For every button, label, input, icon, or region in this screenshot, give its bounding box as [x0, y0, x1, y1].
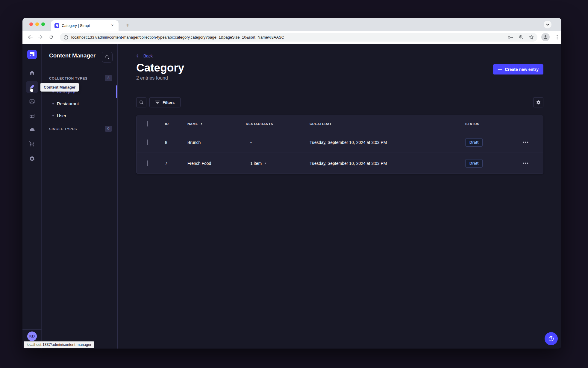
browser-window: Category | Strapi ✕ + localhost:1337/adm…	[22, 18, 561, 349]
back-button[interactable]	[26, 33, 34, 41]
collection-types-heading: COLLECTION TYPES	[49, 77, 87, 80]
collection-types-count-badge: 3	[105, 75, 112, 81]
strapi-favicon-icon	[54, 23, 59, 28]
user-avatar[interactable]: KD	[27, 331, 37, 341]
back-link[interactable]: Back	[136, 54, 153, 58]
column-header-name[interactable]: NAME▲	[187, 122, 246, 126]
cell-restaurants: -	[246, 140, 310, 145]
browser-toolbar: localhost:1337/admin/content-manager/col…	[22, 31, 561, 44]
subnav-item-user[interactable]: User	[42, 110, 117, 121]
entries-count: 2 entries found	[136, 75, 168, 81]
help-button[interactable]	[545, 332, 558, 345]
select-all-checkbox[interactable]	[147, 121, 148, 127]
search-icon	[105, 55, 110, 60]
gear-icon	[29, 156, 35, 162]
main-content: Back Category 2 entries found Create new…	[118, 44, 561, 349]
plus-icon	[498, 67, 502, 72]
content-manager-tooltip: Content Manager	[40, 83, 79, 92]
person-icon	[543, 34, 548, 40]
status-badge: Draft	[465, 159, 483, 168]
search-icon	[139, 100, 144, 105]
sidebar-item-media-library[interactable]	[26, 95, 38, 107]
strapi-admin-app: KD Content Manager COLLECTION TYPES 3 Ca…	[22, 44, 561, 349]
row-checkbox[interactable]	[147, 139, 148, 145]
subnav-item-restaurant[interactable]: Restaurant	[42, 98, 117, 110]
back-arrow-icon	[136, 54, 141, 58]
forward-arrow-icon	[38, 35, 43, 39]
column-header-status[interactable]: STATUS	[465, 122, 519, 126]
cell-restaurants[interactable]: 1 item▼	[246, 161, 310, 166]
table-row[interactable]: 8 Brunch - Tuesday, September 10, 2024 a…	[137, 132, 543, 153]
table-row[interactable]: 7 French Food 1 item▼ Tuesday, September…	[137, 153, 543, 174]
table-header-row: ID NAME▲ RESTAURANTS CREATEDAT STATUS	[137, 116, 543, 132]
url-bar[interactable]: localhost:1337/admin/content-manager/col…	[60, 33, 537, 42]
browser-tab[interactable]: Category | Strapi ✕	[51, 20, 119, 31]
browser-profile-avatar[interactable]	[541, 33, 550, 41]
new-tab-button[interactable]: +	[123, 21, 132, 30]
bullet-icon	[52, 115, 54, 116]
subnav-search-button[interactable]	[102, 52, 113, 63]
bookmark-star-icon[interactable]	[529, 35, 534, 40]
sidebar-divider	[26, 63, 38, 63]
home-icon	[29, 70, 35, 76]
browser-menu-button[interactable]	[554, 33, 561, 41]
tab-close-icon[interactable]: ✕	[110, 23, 115, 28]
minimize-window-button[interactable]	[35, 22, 39, 26]
subnav-divider	[49, 68, 56, 68]
layout-icon	[29, 113, 35, 119]
sort-ascending-icon: ▲	[200, 122, 203, 125]
bullet-icon	[52, 103, 54, 104]
cell-id: 8	[165, 140, 187, 145]
row-actions-button[interactable]: •••	[523, 140, 529, 145]
cell-name: Brunch	[187, 140, 246, 145]
sidebar-item-settings[interactable]	[26, 153, 38, 165]
url-text: localhost:1337/admin/content-manager/col…	[71, 35, 507, 39]
strapi-logo[interactable]	[27, 50, 37, 59]
sidebar-item-home[interactable]	[26, 67, 38, 79]
entries-table: ID NAME▲ RESTAURANTS CREATEDAT STATUS 8 …	[136, 115, 543, 174]
password-key-icon[interactable]	[507, 35, 513, 40]
column-header-createdat[interactable]: CREATEDAT	[310, 122, 465, 126]
filter-icon	[155, 101, 160, 104]
view-settings-button[interactable]	[533, 97, 543, 107]
kebab-menu-icon	[557, 35, 558, 39]
fullscreen-window-button[interactable]	[41, 22, 45, 26]
single-types-count-badge: 0	[105, 126, 112, 132]
mouse-cursor-icon	[28, 86, 34, 93]
cell-id: 7	[165, 161, 187, 166]
create-new-entry-button[interactable]: Create new entry	[493, 64, 543, 74]
subnav-title: Content Manager	[49, 52, 96, 59]
browser-tab-strip: Category | Strapi ✕ +	[22, 18, 561, 31]
active-item-indicator	[116, 85, 117, 98]
column-header-id[interactable]: ID	[165, 122, 187, 126]
tab-title: Category | Strapi	[62, 24, 110, 28]
cell-name: French Food	[187, 161, 246, 166]
omnibox-icons	[507, 35, 534, 40]
forward-button[interactable]	[36, 33, 45, 41]
sidebar-item-content-type-builder[interactable]	[26, 110, 38, 122]
close-window-button[interactable]	[29, 22, 33, 26]
site-info-icon[interactable]	[63, 35, 68, 40]
cloud-icon	[29, 127, 35, 133]
reload-button[interactable]	[47, 33, 55, 41]
row-checkbox[interactable]	[147, 160, 148, 166]
sidebar-item-cloud[interactable]	[26, 124, 38, 136]
chevron-down-icon: ▼	[264, 162, 267, 165]
sidebar-item-marketplace[interactable]	[26, 138, 38, 150]
window-controls	[29, 22, 45, 26]
zoom-page-icon[interactable]	[519, 35, 524, 40]
column-header-restaurants[interactable]: RESTAURANTS	[246, 122, 310, 126]
shopping-cart-icon	[29, 141, 35, 147]
tab-search-button[interactable]	[544, 21, 551, 28]
single-types-heading: SINGLE TYPES	[49, 127, 77, 131]
page-title: Category	[136, 62, 184, 74]
filters-button[interactable]: Filters	[149, 97, 181, 107]
chevron-down-icon	[546, 24, 549, 26]
reload-icon	[49, 35, 54, 39]
media-library-icon	[29, 98, 35, 104]
row-actions-button[interactable]: •••	[523, 161, 529, 166]
status-bar-link-preview: localhost:1337/admin/content-manager	[24, 341, 94, 348]
cell-createdat: Tuesday, September 10, 2024 at 3:03 PM	[310, 161, 465, 166]
back-arrow-icon	[28, 35, 33, 39]
table-search-button[interactable]	[136, 97, 146, 107]
